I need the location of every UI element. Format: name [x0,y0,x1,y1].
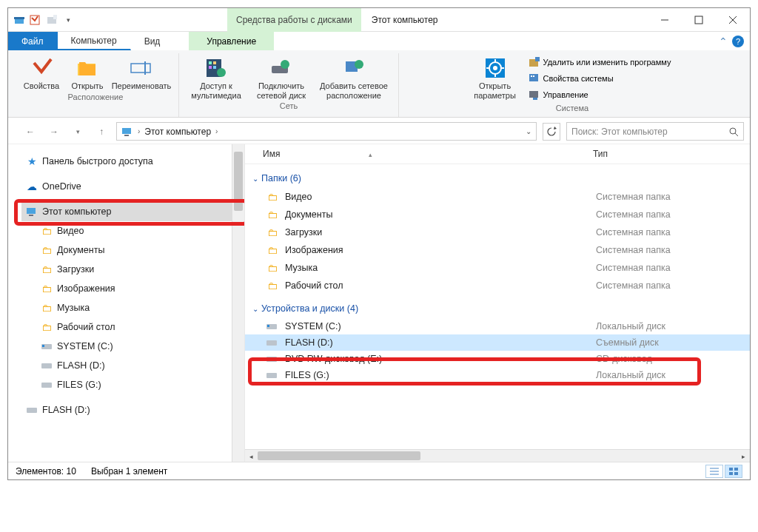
folder-icon: 🗀 [266,226,279,238]
tab-view[interactable]: Вид [131,32,175,50]
drive-tools-context-tab[interactable]: Средства работы с дисками [227,8,361,32]
nav-system-c[interactable]: SYSTEM (C:) [21,337,244,356]
minimize-button[interactable] [648,8,682,32]
item-row[interactable]: 🗀ИзображенияСистемная папка [245,241,750,259]
qat-new-folder-icon[interactable] [45,13,58,27]
item-row[interactable]: 🗀ЗагрузкиСистемная папка [245,223,750,241]
item-row[interactable]: 🗀МузыкаСистемная папка [245,259,750,277]
address-dropdown-icon[interactable]: ⌄ [526,127,531,135]
nav-back-button[interactable]: ← [21,123,39,141]
nav-music[interactable]: 🗀Музыка [21,298,244,317]
maximize-button[interactable] [682,8,716,32]
breadcrumb-pc-icon [121,127,133,137]
view-details-button[interactable] [705,465,723,478]
ribbon-rename-button[interactable]: Переименовать [112,53,171,91]
ribbon-map-drive-button[interactable]: Подключить сетевой диск [252,53,311,100]
navigation-pane: ★ Панель быстрого доступа ☁ OneDrive Это… [8,144,245,462]
scroll-right-icon[interactable]: ▸ [737,450,750,462]
tab-manage[interactable]: Управление [189,32,274,50]
scroll-left-icon[interactable]: ◂ [245,450,258,462]
group-folders-header[interactable]: ⌄ Папки (6) [245,164,750,188]
nav-onedrive[interactable]: ☁ OneDrive [21,177,244,196]
ribbon-collapse-icon[interactable]: ⌃ [719,36,728,47]
ribbon-group-system: Открыть параметры Удалить или изменить п… [399,53,745,117]
svg-rect-14 [209,61,212,64]
qat-dropdown-icon[interactable]: ▾ [61,13,75,27]
folder-icon: 🗀 [41,225,53,237]
item-row[interactable]: 🗀ДокументыСистемная папка [245,206,750,223]
app-icon [13,13,26,27]
item-row[interactable]: 🗀Рабочий столСистемная папка [245,277,750,294]
nav-this-pc[interactable]: Этот компьютер [21,202,244,221]
ribbon-add-location-button[interactable]: Добавить сетевое расположение [317,53,391,100]
folder-icon: 🗀 [41,283,53,294]
sort-asc-icon: ▴ [369,151,372,158]
svg-point-25 [493,66,497,70]
search-input[interactable]: Поиск: Этот компьютер [566,122,744,141]
help-icon[interactable]: ? [732,36,744,47]
folder-icon: 🗀 [41,244,53,256]
nav-up-button[interactable]: ↑ [93,123,110,141]
nav-files-g[interactable]: FILES (G:) [21,375,244,394]
svg-rect-61 [734,472,738,475]
nav-forward-button[interactable]: → [45,123,63,141]
nav-pictures[interactable]: 🗀Изображения [21,279,244,298]
close-button[interactable] [716,8,750,32]
ribbon-system-properties-button[interactable]: Свойства системы [526,71,674,86]
nav-history-button[interactable]: ▾ [69,123,87,141]
nav-quick-access[interactable]: ★ Панель быстрого доступа [21,152,244,171]
qat-properties-icon[interactable] [29,13,42,27]
drive-icon [41,340,53,352]
svg-rect-1 [14,17,24,19]
tab-file[interactable]: Файл [8,32,58,50]
window-title: Этот компьютер [361,15,449,25]
svg-rect-0 [15,18,24,24]
svg-rect-32 [529,74,538,81]
nav-videos[interactable]: 🗀Видео [21,221,244,240]
folder-icon: 🗀 [266,280,279,292]
svg-rect-33 [531,75,532,77]
svg-rect-45 [42,345,44,347]
svg-rect-50 [267,325,269,327]
nav-flash-d-root[interactable]: FLASH (D:) [21,400,244,420]
nav-downloads[interactable]: 🗀Загрузки [21,260,244,279]
horizontal-scrollbar[interactable]: ◂ ▸ [245,449,750,462]
status-item-count: Элементов: 10 [16,466,76,477]
svg-rect-17 [213,66,216,69]
ribbon-properties-button[interactable]: Свойства [20,53,63,91]
chevron-down-icon: ⌄ [252,175,258,183]
ribbon-media-access-button[interactable]: Доступ к мультимедиа [187,53,246,100]
ribbon-open-button[interactable]: Открыть [69,53,106,91]
item-row[interactable]: DVD RW дисковод (E:)CD-дисковод [245,351,750,367]
ribbon-group-network-title: Сеть [187,100,391,113]
group-devices-header[interactable]: ⌄ Устройства и диски (4) [245,294,750,318]
manage-icon [529,89,540,101]
nav-scrollbar[interactable] [232,144,244,462]
chevron-right-icon[interactable]: › [215,127,218,135]
nav-flash-d[interactable]: FLASH (D:) [21,356,244,375]
refresh-button[interactable] [543,123,560,141]
item-row[interactable]: SYSTEM (C:)Локальный диск [245,318,750,334]
pc-icon [26,206,38,218]
status-selection-count: Выбран 1 элемент [91,466,167,477]
ribbon-manage-button[interactable]: Управление [526,87,674,102]
svg-point-53 [273,357,276,360]
tab-computer[interactable]: Компьютер [58,32,131,50]
quick-access-toolbar: ▾ [8,13,79,27]
svg-rect-43 [29,215,33,216]
item-row[interactable]: FILES (G:)Локальный диск [245,367,750,383]
uninstall-icon [529,56,540,68]
breadcrumb-this-pc[interactable]: Этот компьютер [144,127,211,137]
search-icon [728,127,739,137]
ribbon-open-settings-button[interactable]: Открыть параметры [471,53,520,100]
nav-documents[interactable]: 🗀Документы [21,240,244,260]
view-icons-button[interactable] [725,465,742,478]
column-headers[interactable]: Имя▴ Тип [245,144,750,164]
item-row[interactable]: 🗀ВидеоСистемная папка [245,188,750,206]
ribbon-uninstall-button[interactable]: Удалить или изменить программу [526,55,674,70]
folder-icon: 🗀 [266,209,279,220]
nav-desktop[interactable]: 🗀Рабочий стол [21,317,244,337]
chevron-right-icon[interactable]: › [138,127,140,135]
item-row-selected[interactable]: FLASH (D:)Съемный диск [245,334,750,351]
address-path[interactable]: › Этот компьютер › ⌄ [116,122,537,141]
